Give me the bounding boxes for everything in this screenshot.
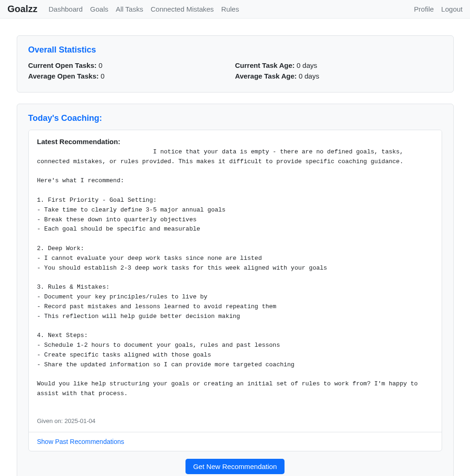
nav-link-rules[interactable]: Rules [221,5,239,13]
nav-link-logout[interactable]: Logout [441,5,463,13]
recommendation-wrapper: Latest Recommendation: I notice that you… [28,130,442,451]
recommendation-date-label: Given on: [37,417,65,424]
main-container: Overall Statistics Current Open Tasks: 0… [17,19,454,476]
stat-avg-age: Average Task Age: 0 days [235,72,442,80]
stat-current-age-value: 0 days [295,61,317,69]
stat-current-age-label: Current Task Age: [235,61,295,69]
stat-current-open-label: Current Open Tasks: [28,61,97,69]
stat-avg-age-label: Average Task Age: [235,72,297,80]
stats-title: Overall Statistics [28,45,442,55]
stats-col-left: Current Open Tasks: 0 Average Open Tasks… [28,61,235,83]
coaching-title: Today's Coaching: [28,113,442,123]
nav-link-goals[interactable]: Goals [90,5,108,13]
navbar-right: Profile Logout [414,5,463,13]
stat-current-open: Current Open Tasks: 0 [28,61,235,69]
stat-avg-age-value: 0 days [297,72,319,80]
nav-link-connected-mistakes[interactable]: Connected Mistakes [151,5,214,13]
recommendation-button-row: Get New Recommendation [28,459,442,474]
stats-row: Current Open Tasks: 0 Average Open Tasks… [28,61,442,83]
recommendation-body: I notice that your data is empty - there… [37,147,433,399]
brand-link[interactable]: Goalzz [7,4,37,14]
stat-current-open-value: 0 [97,61,103,69]
coaching-card: Today's Coaching: Latest Recommendation:… [17,104,454,476]
recommendation-heading: Latest Recommendation: [37,138,433,145]
stat-avg-open-label: Average Open Tasks: [28,72,99,80]
show-past-link[interactable]: Show Past Recommendations [29,432,442,451]
nav-link-dashboard[interactable]: Dashboard [48,5,82,13]
recommendation-card: Latest Recommendation: I notice that you… [29,130,442,432]
recommendation-date: Given on: 2025-01-04 [37,417,433,424]
stats-card: Overall Statistics Current Open Tasks: 0… [17,35,454,93]
stat-avg-open: Average Open Tasks: 0 [28,72,235,80]
stat-current-age: Current Task Age: 0 days [235,61,442,69]
navbar: Goalzz Dashboard Goals All Tasks Connect… [0,0,470,19]
stat-avg-open-value: 0 [99,72,105,80]
nav-link-all-tasks[interactable]: All Tasks [116,5,143,13]
recommendation-date-value: 2025-01-04 [65,417,96,424]
stats-col-right: Current Task Age: 0 days Average Task Ag… [235,61,442,83]
nav-link-profile[interactable]: Profile [414,5,434,13]
get-new-recommendation-button[interactable]: Get New Recommendation [185,459,284,474]
navbar-left: Goalzz Dashboard Goals All Tasks Connect… [7,4,239,14]
